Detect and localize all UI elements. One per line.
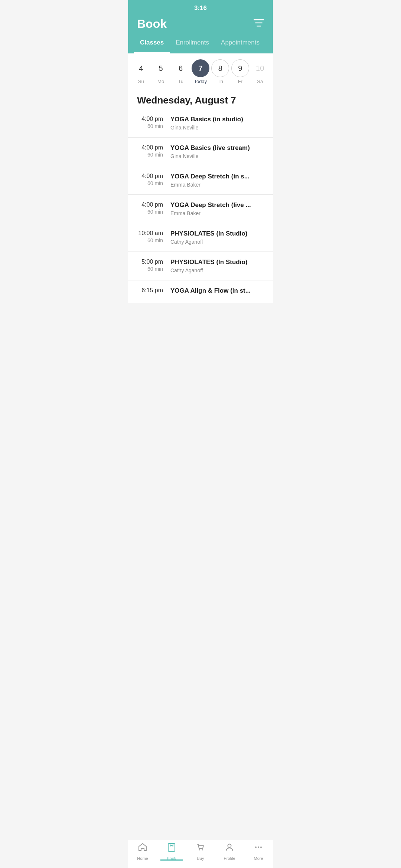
tab-classes[interactable]: Classes xyxy=(134,35,170,53)
class-duration: 60 min xyxy=(137,152,163,158)
date-item-fr[interactable]: 9 Fr xyxy=(231,59,250,84)
class-time: 6:15 pm xyxy=(137,287,163,294)
main-content: 4 Su 5 Mo 6 Tu 7 Today 8 Th 9 Fr 10 Sa W… xyxy=(128,53,273,336)
class-name: PHYSIOLATES (In Studio) xyxy=(170,259,264,266)
date-item-today[interactable]: 7 Today xyxy=(191,59,210,84)
class-instructor: Emma Baker xyxy=(170,182,264,188)
svg-rect-1 xyxy=(255,22,263,23)
class-duration: 60 min xyxy=(137,209,163,215)
class-list: 4:00 pm 60 min YOGA Basics (in studio) G… xyxy=(128,109,273,303)
status-bar: 3:16 xyxy=(128,0,273,14)
class-time: 4:00 pm xyxy=(137,116,163,122)
class-item[interactable]: 4:00 pm 60 min YOGA Deep Stretch (live .… xyxy=(128,195,273,223)
class-item[interactable]: 4:00 pm 60 min YOGA Deep Stretch (in s..… xyxy=(128,166,273,195)
tab-enrollments[interactable]: Enrollments xyxy=(170,35,215,53)
section-date: Wednesday, August 7 xyxy=(128,90,273,109)
class-name: YOGA Basics (in studio) xyxy=(170,116,264,123)
class-time: 4:00 pm xyxy=(137,144,163,151)
header: Book xyxy=(128,14,273,35)
class-instructor: Gina Neville xyxy=(170,153,264,159)
date-item-sa[interactable]: 10 Sa xyxy=(250,59,270,84)
class-name: YOGA Basics (live stream) xyxy=(170,144,264,152)
class-duration: 60 min xyxy=(137,180,163,186)
svg-rect-2 xyxy=(257,26,261,27)
class-name: YOGA Align & Flow (in st... xyxy=(170,287,264,295)
class-time: 4:00 pm xyxy=(137,173,163,180)
class-instructor: Gina Neville xyxy=(170,125,264,131)
class-duration: 60 min xyxy=(137,123,163,129)
class-item[interactable]: 5:00 pm 60 min PHYSIOLATES (In Studio) C… xyxy=(128,252,273,280)
time: 3:16 xyxy=(194,4,207,11)
class-item[interactable]: 6:15 pm YOGA Align & Flow (in st... xyxy=(128,280,273,303)
page-title: Book xyxy=(137,17,167,35)
date-strip: 4 Su 5 Mo 6 Tu 7 Today 8 Th 9 Fr 10 Sa xyxy=(128,53,273,90)
class-instructor: Cathy Aganoff xyxy=(170,267,264,273)
class-duration: 60 min xyxy=(137,237,163,243)
class-item[interactable]: 4:00 pm 60 min YOGA Basics (in studio) G… xyxy=(128,109,273,138)
class-instructor: Emma Baker xyxy=(170,210,264,216)
class-instructor: Cathy Aganoff xyxy=(170,239,264,245)
svg-rect-0 xyxy=(254,19,264,20)
class-name: YOGA Deep Stretch (live ... xyxy=(170,201,264,209)
date-item-tu[interactable]: 6 Tu xyxy=(171,59,190,84)
class-name: YOGA Deep Stretch (in s... xyxy=(170,173,264,180)
class-duration: 60 min xyxy=(137,266,163,272)
tab-appointments[interactable]: Appointments xyxy=(215,35,265,53)
class-item[interactable]: 10:00 am 60 min PHYSIOLATES (In Studio) … xyxy=(128,223,273,252)
class-name: PHYSIOLATES (In Studio) xyxy=(170,230,264,237)
class-time: 4:00 pm xyxy=(137,201,163,208)
date-item-th[interactable]: 8 Th xyxy=(211,59,230,84)
class-time: 10:00 am xyxy=(137,230,163,237)
date-item-su[interactable]: 4 Su xyxy=(131,59,151,84)
class-time: 5:00 pm xyxy=(137,259,163,265)
filter-icon[interactable] xyxy=(254,19,264,34)
class-item[interactable]: 4:00 pm 60 min YOGA Basics (live stream)… xyxy=(128,138,273,166)
date-item-mo[interactable]: 5 Mo xyxy=(151,59,170,84)
tabs-bar: Classes Enrollments Appointments xyxy=(128,35,273,53)
